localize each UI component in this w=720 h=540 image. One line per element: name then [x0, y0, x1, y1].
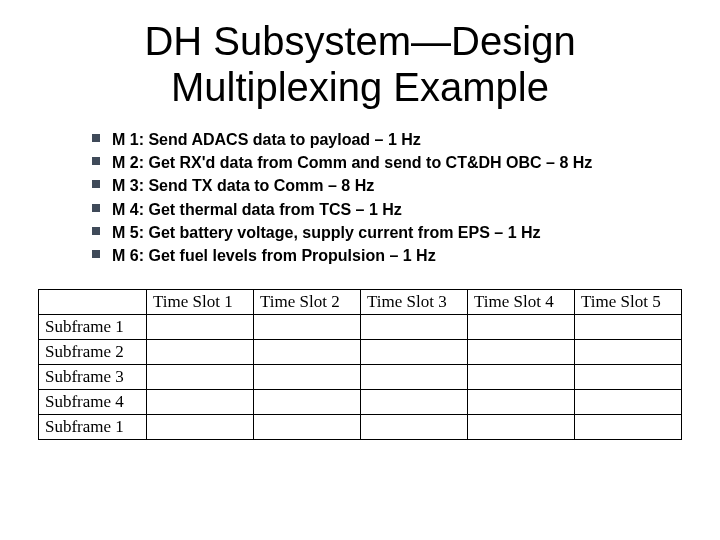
- col-header: Time Slot 5: [575, 290, 682, 315]
- row-header: Subframe 1: [39, 315, 147, 340]
- cell: [361, 415, 468, 440]
- cell: [254, 340, 361, 365]
- cell: [254, 315, 361, 340]
- col-header: Time Slot 4: [468, 290, 575, 315]
- bullet-icon: [92, 250, 100, 258]
- table-row: Subframe 4: [39, 390, 682, 415]
- table-row: Subframe 1: [39, 415, 682, 440]
- timeslot-table: Time Slot 1 Time Slot 2 Time Slot 3 Time…: [38, 289, 682, 440]
- col-header: Time Slot 1: [147, 290, 254, 315]
- table-row: Subframe 3: [39, 365, 682, 390]
- list-item: M 3: Send TX data to Comm – 8 Hz: [92, 174, 690, 197]
- table: Time Slot 1 Time Slot 2 Time Slot 3 Time…: [38, 289, 682, 440]
- bullet-text: M 4: Get thermal data from TCS – 1 Hz: [112, 198, 402, 221]
- slide: DH Subsystem—Design Multiplexing Example…: [0, 0, 720, 540]
- list-item: M 2: Get RX'd data from Comm and send to…: [92, 151, 690, 174]
- cell: [575, 390, 682, 415]
- cell: [254, 390, 361, 415]
- cell: [147, 415, 254, 440]
- slide-title: DH Subsystem—Design Multiplexing Example: [30, 18, 690, 110]
- list-item: M 4: Get thermal data from TCS – 1 Hz: [92, 198, 690, 221]
- col-header: Time Slot 2: [254, 290, 361, 315]
- cell: [575, 340, 682, 365]
- col-header: Time Slot 3: [361, 290, 468, 315]
- cell: [468, 390, 575, 415]
- row-header: Subframe 3: [39, 365, 147, 390]
- cell: [361, 390, 468, 415]
- cell: [254, 415, 361, 440]
- list-item: M 1: Send ADACS data to payload – 1 Hz: [92, 128, 690, 151]
- bullet-icon: [92, 180, 100, 188]
- bullet-icon: [92, 134, 100, 142]
- cell: [147, 340, 254, 365]
- row-header: Subframe 4: [39, 390, 147, 415]
- table-corner: [39, 290, 147, 315]
- cell: [468, 365, 575, 390]
- list-item: M 6: Get fuel levels from Propulsion – 1…: [92, 244, 690, 267]
- cell: [361, 365, 468, 390]
- bullet-icon: [92, 227, 100, 235]
- bullet-text: M 1: Send ADACS data to payload – 1 Hz: [112, 128, 421, 151]
- row-header: Subframe 2: [39, 340, 147, 365]
- table-row: Subframe 1: [39, 315, 682, 340]
- cell: [147, 390, 254, 415]
- bullet-text: M 6: Get fuel levels from Propulsion – 1…: [112, 244, 436, 267]
- cell: [254, 365, 361, 390]
- bullet-icon: [92, 204, 100, 212]
- bullet-icon: [92, 157, 100, 165]
- bullet-list: M 1: Send ADACS data to payload – 1 Hz M…: [92, 128, 690, 267]
- row-header: Subframe 1: [39, 415, 147, 440]
- table-header-row: Time Slot 1 Time Slot 2 Time Slot 3 Time…: [39, 290, 682, 315]
- cell: [361, 340, 468, 365]
- cell: [468, 415, 575, 440]
- bullet-text: M 5: Get battery voltage, supply current…: [112, 221, 541, 244]
- cell: [361, 315, 468, 340]
- title-line-1: DH Subsystem—Design: [144, 19, 575, 63]
- bullet-text: M 3: Send TX data to Comm – 8 Hz: [112, 174, 374, 197]
- list-item: M 5: Get battery voltage, supply current…: [92, 221, 690, 244]
- cell: [147, 315, 254, 340]
- bullet-text: M 2: Get RX'd data from Comm and send to…: [112, 151, 592, 174]
- cell: [147, 365, 254, 390]
- cell: [575, 415, 682, 440]
- cell: [575, 315, 682, 340]
- cell: [468, 340, 575, 365]
- title-line-2: Multiplexing Example: [171, 65, 549, 109]
- cell: [575, 365, 682, 390]
- table-row: Subframe 2: [39, 340, 682, 365]
- cell: [468, 315, 575, 340]
